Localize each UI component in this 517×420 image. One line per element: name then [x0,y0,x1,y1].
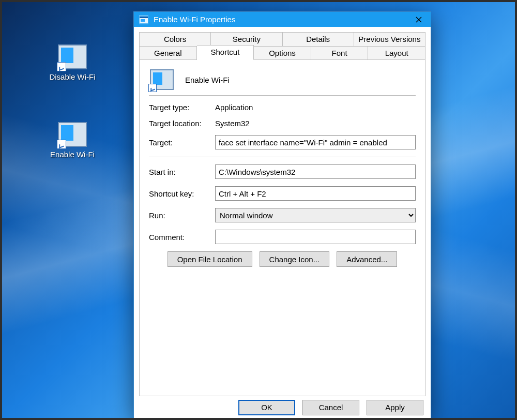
tab-font[interactable]: Font [311,46,369,60]
desktop[interactable]: Disable Wi-Fi Enable Wi-Fi Enable Wi-Fi … [0,0,517,420]
open-file-location-button[interactable]: Open File Location [168,251,252,267]
ok-button[interactable]: OK [238,400,295,415]
tab-general[interactable]: General [139,46,197,60]
dialog-body: Colors Security Details Previous Version… [134,27,431,396]
shortcut-panel: Enable Wi-Fi Target type: Application Ta… [139,60,425,396]
target-label: Target: [149,138,215,147]
shortcut-icon [58,122,87,147]
tabs-row-2: General Shortcut Options Font Layout [139,46,425,60]
desktop-icon-label: Disable Wi-Fi [41,72,103,81]
advanced-button[interactable]: Advanced... [337,251,397,267]
start-in-label: Start in: [149,168,215,176]
run-select[interactable]: Normal window [215,208,416,222]
tab-details[interactable]: Details [283,32,354,46]
shortcut-key-input[interactable] [215,186,416,201]
desktop-icon-label: Enable Wi-Fi [41,150,103,159]
dialog-buttons: OK Cancel Apply [134,396,431,418]
change-icon-button[interactable]: Change Icon... [260,251,330,267]
desktop-icon-enable-wifi[interactable]: Enable Wi-Fi [41,122,103,159]
close-button[interactable] [407,12,431,27]
titlebar[interactable]: Enable Wi-Fi Properties [134,12,431,27]
start-in-input[interactable] [215,164,416,179]
window-icon [139,15,148,24]
shortcut-icon [58,44,87,69]
shortcut-large-icon [150,69,174,90]
svg-rect-2 [141,19,145,22]
divider [149,157,416,157]
shortcut-key-label: Shortcut key: [149,189,215,198]
tab-options[interactable]: Options [254,46,311,60]
apply-button[interactable]: Apply [367,400,423,415]
cancel-button[interactable]: Cancel [302,400,359,415]
close-icon [416,17,422,23]
divider [149,95,416,96]
target-type-value: Application [215,103,253,112]
properties-dialog: Enable Wi-Fi Properties Colors Security … [133,11,431,419]
tab-colors[interactable]: Colors [139,32,211,46]
comment-input[interactable] [215,230,416,244]
desktop-icon-disable-wifi[interactable]: Disable Wi-Fi [41,44,103,81]
comment-label: Comment: [149,233,215,242]
target-input[interactable] [215,135,416,149]
tab-layout[interactable]: Layout [368,46,425,60]
shortcut-name: Enable Wi-Fi [185,76,230,84]
target-location-label: Target location: [149,119,215,128]
tab-security[interactable]: Security [211,32,282,46]
tab-shortcut[interactable]: Shortcut [197,45,254,60]
run-label: Run: [149,211,215,220]
svg-rect-1 [140,17,148,18]
target-location-value: System32 [215,119,250,128]
tabs-row-1: Colors Security Details Previous Version… [139,32,425,46]
target-type-label: Target type: [149,103,215,112]
tab-previous-versions[interactable]: Previous Versions [354,32,425,46]
window-title: Enable Wi-Fi Properties [154,15,407,24]
